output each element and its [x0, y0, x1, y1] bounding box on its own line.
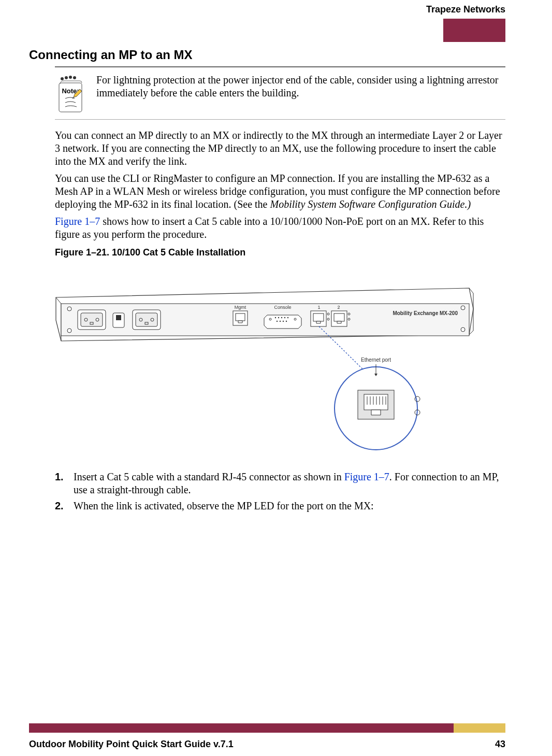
- step-1-text: Insert a Cat 5 cable with a standard RJ-…: [74, 470, 505, 496]
- step-1-num: 1.: [55, 470, 67, 496]
- device-diagram: Mgmt Console 1 2: [55, 279, 474, 460]
- svg-point-7: [67, 307, 71, 311]
- svg-text:Mgmt: Mgmt: [235, 305, 246, 310]
- steps-list: 1. Insert a Cat 5 cable with a standard …: [55, 470, 505, 512]
- svg-rect-41: [313, 313, 324, 321]
- brand-header: Trapeze Networks: [426, 4, 505, 15]
- paragraph-2: You can use the CLI or RingMaster to con…: [55, 172, 505, 211]
- svg-point-4: [73, 76, 76, 79]
- svg-point-31: [281, 317, 282, 318]
- paragraph-3-rest: shows how to insert a Cat 5 cable into a…: [55, 216, 484, 240]
- figure-1-7-link[interactable]: Figure 1–7: [55, 216, 100, 227]
- section-heading: Connecting an MP to an MX: [29, 48, 505, 62]
- svg-text:2: 2: [337, 305, 340, 310]
- note-block: Note: For lightning protection at the po…: [55, 66, 505, 120]
- svg-point-37: [286, 321, 287, 322]
- svg-point-2: [65, 76, 68, 79]
- footer-accent-bar: [29, 723, 505, 733]
- paragraph-3: Figure 1–7 shows how to insert a Cat 5 c…: [55, 215, 505, 241]
- svg-text:1: 1: [317, 305, 320, 310]
- svg-rect-22: [116, 315, 121, 320]
- svg-text:Console: Console: [274, 305, 291, 310]
- svg-point-34: [277, 321, 278, 322]
- header-accent-bar: [443, 19, 505, 42]
- step-1-link[interactable]: Figure 1–7: [344, 471, 389, 482]
- svg-rect-43: [334, 313, 344, 321]
- svg-text:Ethernet port: Ethernet port: [361, 357, 391, 363]
- note-icon: Note:: [55, 74, 86, 115]
- paragraph-2-italic: Mobility System Software Configuration G…: [270, 198, 471, 210]
- step-1-pre: Insert a Cat 5 cable with a standard RJ-…: [74, 471, 344, 482]
- footer-page-number: 43: [495, 739, 505, 750]
- svg-point-9: [461, 306, 465, 310]
- svg-text:Mobility Exchange  MX-200: Mobility Exchange MX-200: [393, 310, 458, 316]
- svg-point-8: [67, 329, 71, 333]
- svg-point-29: [275, 317, 276, 318]
- note-text: For lightning protection at the power in…: [96, 74, 505, 115]
- paragraph-1: You can connect an MP directly to an MX …: [55, 129, 505, 168]
- step-2-pre: When the link is activated, observe the …: [74, 500, 374, 511]
- step-2: 2. When the link is activated, observe t…: [55, 500, 505, 512]
- footer-title: Outdoor Mobility Point Quick Start Guide…: [29, 739, 234, 750]
- svg-rect-53: [364, 394, 388, 410]
- step-2-num: 2.: [55, 500, 67, 512]
- svg-rect-25: [236, 313, 245, 321]
- page-footer: Outdoor Mobility Point Quick Start Guide…: [29, 739, 505, 750]
- svg-point-10: [461, 327, 465, 332]
- svg-point-30: [278, 317, 279, 318]
- step-2-text: When the link is activated, observe the …: [74, 500, 374, 512]
- step-1: 1. Insert a Cat 5 cable with a standard …: [55, 470, 505, 496]
- page-content: Connecting an MP to an MX Note: For ligh…: [29, 48, 505, 516]
- svg-point-36: [283, 321, 284, 322]
- svg-point-3: [69, 76, 72, 79]
- svg-point-35: [280, 321, 281, 322]
- figure-caption: Figure 1–21. 10/100 Cat 5 Cable Installa…: [55, 247, 505, 258]
- svg-point-1: [61, 77, 64, 80]
- svg-point-33: [287, 317, 288, 318]
- svg-point-32: [284, 317, 285, 318]
